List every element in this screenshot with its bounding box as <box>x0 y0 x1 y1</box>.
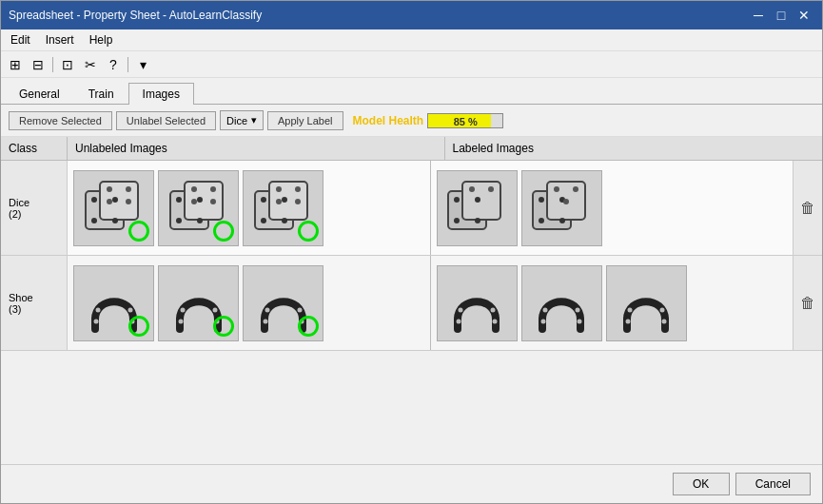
svg-rect-11 <box>185 182 223 220</box>
svg-point-44 <box>554 186 559 192</box>
toolbar-btn-6[interactable]: ▾ <box>132 54 153 75</box>
model-health-label: Model Health <box>353 114 424 127</box>
remove-selected-button[interactable]: Remove Selected <box>9 111 112 130</box>
selection-indicator <box>213 316 234 337</box>
svg-point-16 <box>191 186 197 192</box>
svg-point-17 <box>210 186 216 192</box>
maximize-button[interactable]: □ <box>771 6 792 25</box>
labeled-dice-image-1[interactable] <box>437 170 518 246</box>
delete-shoe-button[interactable]: 🗑 <box>794 256 822 350</box>
dice-dropdown[interactable]: Dice ▾ <box>220 110 264 130</box>
labeled-images-dice <box>431 161 794 255</box>
unlabeled-images-shoe <box>68 256 431 350</box>
toolbar: ⊞ ⊟ ⊡ ✂ ? ▾ <box>1 51 822 78</box>
svg-point-75 <box>541 320 546 324</box>
header-labeled: Labeled Images <box>445 137 823 160</box>
ok-button[interactable]: OK <box>673 473 730 495</box>
labeled-dice-image-2[interactable] <box>521 170 602 246</box>
svg-point-61 <box>265 308 269 313</box>
svg-point-12 <box>176 197 182 203</box>
svg-point-15 <box>197 218 203 223</box>
selection-indicator <box>128 316 149 337</box>
unlabeled-dice-image-2[interactable] <box>158 170 239 246</box>
apply-label-button[interactable]: Apply Label <box>267 111 343 130</box>
cancel-button[interactable]: Cancel <box>735 473 811 495</box>
svg-point-82 <box>662 320 667 324</box>
main-window: Spreadsheet - Property Sheet - AutoLearn… <box>0 0 823 504</box>
toolbar-separator-1 <box>52 57 53 72</box>
svg-rect-21 <box>269 182 307 220</box>
svg-point-27 <box>295 186 301 192</box>
svg-point-33 <box>475 197 480 203</box>
tab-train[interactable]: Train <box>74 83 128 105</box>
svg-point-81 <box>626 320 631 324</box>
tab-images[interactable]: Images <box>128 83 194 105</box>
toolbar-separator-2 <box>127 57 128 72</box>
svg-point-57 <box>178 320 183 324</box>
svg-point-28 <box>276 199 282 204</box>
svg-point-19 <box>210 199 216 204</box>
menu-edit[interactable]: Edit <box>5 31 36 48</box>
svg-rect-31 <box>462 182 500 220</box>
delete-dice-button[interactable]: 🗑 <box>794 161 822 255</box>
table-row: Dice(2) <box>1 161 822 256</box>
svg-point-73 <box>543 308 548 313</box>
class-cell-shoe: Shoe(3) <box>1 256 68 350</box>
svg-point-74 <box>576 308 580 313</box>
selection-indicator <box>128 221 149 242</box>
labeled-shoe-image-3[interactable] <box>606 265 687 341</box>
toolbar-btn-5[interactable]: ? <box>103 54 124 75</box>
class-label-dice: Dice(2) <box>9 197 29 220</box>
svg-point-3 <box>112 197 118 203</box>
selection-indicator <box>298 316 319 337</box>
health-bar-wrapper: 85 % <box>427 113 503 128</box>
unlabeled-images-dice <box>68 161 431 255</box>
header-unlabeled: Unlabeled Images <box>68 137 445 160</box>
model-health-bar: 85 % <box>427 113 503 128</box>
toolbar-btn-1[interactable]: ⊞ <box>5 54 26 75</box>
minimize-button[interactable]: ─ <box>748 6 769 25</box>
svg-point-13 <box>197 197 203 203</box>
labeled-shoe-image-2[interactable] <box>521 265 602 341</box>
svg-point-6 <box>107 186 112 192</box>
svg-point-80 <box>660 308 665 313</box>
unlabeled-dice-image-1[interactable] <box>73 170 154 246</box>
svg-point-2 <box>91 197 97 203</box>
unlabeled-dice-image-3[interactable] <box>243 170 323 246</box>
selection-indicator <box>213 221 234 242</box>
svg-point-79 <box>628 308 633 313</box>
svg-point-23 <box>282 197 287 203</box>
labeled-shoe-image-1[interactable] <box>437 265 518 341</box>
svg-point-56 <box>212 308 217 313</box>
unlabeled-shoe-image-2[interactable] <box>158 265 239 341</box>
svg-point-24 <box>261 218 266 223</box>
class-label-shoe: Shoe(3) <box>9 292 33 315</box>
svg-point-29 <box>295 199 301 204</box>
unlabel-selected-button[interactable]: Unlabel Selected <box>116 111 216 130</box>
close-button[interactable]: ✕ <box>794 6 814 25</box>
svg-point-45 <box>573 186 578 192</box>
tab-general[interactable]: General <box>5 83 74 105</box>
svg-point-40 <box>539 197 544 203</box>
svg-point-50 <box>127 308 132 313</box>
svg-point-51 <box>93 320 98 324</box>
svg-point-70 <box>493 320 498 324</box>
svg-point-63 <box>263 320 267 324</box>
labeled-images-shoe <box>431 256 794 350</box>
unlabeled-shoe-image-3[interactable] <box>243 265 323 341</box>
toolbar-btn-2[interactable]: ⊟ <box>28 54 49 75</box>
tabs-bar: General Train Images <box>1 78 822 105</box>
health-bar-text: 85 % <box>428 114 502 129</box>
svg-point-55 <box>180 308 185 313</box>
toolbar-btn-3[interactable]: ⊡ <box>57 54 78 75</box>
toolbar-btn-4[interactable]: ✂ <box>80 54 101 75</box>
svg-point-5 <box>112 218 118 223</box>
menu-insert[interactable]: Insert <box>40 31 80 48</box>
content-area: Class Unlabeled Images Labeled Images Di… <box>1 137 822 464</box>
footer: OK Cancel <box>1 464 822 503</box>
svg-point-22 <box>261 197 266 203</box>
svg-point-9 <box>126 199 131 204</box>
unlabeled-shoe-image-1[interactable] <box>73 265 154 341</box>
svg-point-26 <box>276 186 282 192</box>
menu-help[interactable]: Help <box>84 31 119 48</box>
